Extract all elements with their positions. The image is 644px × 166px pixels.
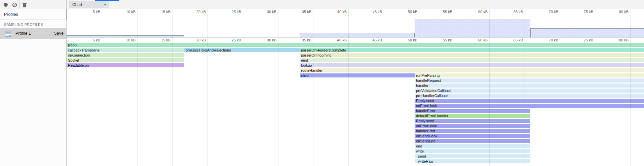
profile-name: Profile 1 [15, 31, 31, 36]
tick-label-80kb: 80 kB [604, 38, 629, 42]
sidebar-section-title: SAMPLING PROFILES [4, 23, 43, 27]
clear-button[interactable] [11, 2, 17, 8]
flame-bar-handler[interactable]: handler [415, 84, 644, 88]
block-icon [12, 2, 17, 7]
tick-label-55kb: 55 kB [428, 10, 452, 14]
flame-bar-child[interactable]: child [300, 73, 415, 77]
tick-label-70kb: 70 kB [534, 10, 558, 14]
chevron-down-icon: ▼ [104, 3, 109, 6]
tick-label-45kb: 45 kB [358, 38, 382, 42]
tick-label-75kb: 75 kB [569, 38, 593, 42]
tick-label-60kb: 60 kB [463, 10, 488, 14]
overview-area-segment [415, 19, 530, 37]
tick-label-30kb: 30 kB [252, 38, 276, 42]
record-icon [3, 2, 8, 7]
tick-label-10kb: 10 kB [111, 38, 136, 42]
flame-bar-lookup[interactable]: lookup [300, 63, 644, 67]
trash-icon [22, 2, 27, 7]
flame-bar-runPreParsing[interactable]: runPreParsing [415, 73, 644, 77]
tick-label-15kb: 15 kB [146, 38, 171, 42]
overview-area-segment [67, 35, 184, 37]
sidebar: Profiles SAMPLING PROFILES % Profile 1 S… [0, 9, 66, 166]
gridline-80kb [630, 9, 631, 166]
gridline-30kb [278, 9, 278, 166]
svg-text:%: % [9, 34, 11, 37]
tick-label-60kb: 60 kB [463, 38, 488, 42]
sidebar-title: Profiles [4, 12, 18, 17]
flame-ruler: 5 kB10 kB15 kB20 kB25 kB30 kB35 kB40 kB4… [67, 38, 644, 43]
gridline-15kb [172, 9, 173, 166]
active-tab-accent [95, 0, 119, 1]
gridline-5kb [102, 9, 102, 166]
tick-label-40kb: 40 kB [323, 38, 347, 42]
flame-bar-onErrorHook[interactable]: onErrorHook [415, 124, 530, 128]
flame-bar-onErrorHook[interactable]: onErrorHook [415, 104, 644, 108]
gridline-75kb [595, 9, 595, 166]
gridline-50kb [419, 9, 419, 166]
gridline-35kb [313, 9, 313, 166]
flame-bar-Socket[interactable]: Socket [67, 58, 184, 62]
flame-bar-onSendHook[interactable]: onSendHook [415, 134, 530, 138]
flame-bar-_send[interactable]: _send [415, 154, 530, 158]
flame-bar-end[interactable]: end [415, 144, 530, 148]
tick-label-30kb: 30 kB [252, 10, 276, 14]
toolbar-separator [19, 1, 20, 8]
tick-label-25kb: 25 kB [217, 10, 241, 14]
gridline-20kb [207, 9, 208, 166]
tick-label-25kb: 25 kB [217, 38, 241, 42]
save-profile-link[interactable]: Save [54, 31, 64, 36]
tick-label-35kb: 35 kB [287, 38, 311, 42]
tick-label-80kb: 80 kB [604, 10, 629, 14]
gridline-60kb [489, 9, 490, 166]
chart-area: 5 kB10 kB15 kB20 kB25 kB30 kB35 kB40 kB4… [67, 9, 644, 166]
delete-button[interactable] [22, 2, 28, 8]
sidebar-divider [0, 19, 66, 20]
tick-label-35kb: 35 kB [287, 10, 311, 14]
flame-bar-emit[interactable]: emit [300, 58, 644, 62]
sidebar-item-profile-1[interactable]: % Profile 1 Save [0, 28, 66, 39]
tick-label-15kb: 15 kB [146, 10, 171, 14]
overview-area-segment [300, 33, 415, 37]
flame-bar-Reply.send[interactable]: Reply.send [415, 99, 644, 103]
flame-bar-processTicksAndRejections[interactable]: processTicksAndRejections [184, 48, 300, 52]
view-mode-value: Chart [69, 2, 104, 7]
tick-label-55kb: 55 kB [428, 38, 452, 42]
toolbar: Chart ▼ [0, 0, 644, 9]
gridline-65kb [525, 9, 525, 166]
flame-bar-Reply.send[interactable]: Reply.send [415, 119, 530, 123]
tick-label-65kb: 65 kB [499, 38, 523, 42]
record-button[interactable] [3, 2, 9, 8]
tick-label-50kb: 50 kB [393, 38, 417, 42]
tick-label-70kb: 70 kB [534, 38, 558, 42]
flame-bar-_writeRaw[interactable]: _writeRaw [415, 159, 530, 163]
flame-bar-Readable.on[interactable]: Readable.on [67, 63, 184, 67]
flame-bar-handleError[interactable]: handleError [415, 129, 530, 133]
tick-label-5kb: 5 kB [76, 38, 100, 42]
gridline-45kb [384, 9, 384, 166]
overview-cursor[interactable] [67, 9, 67, 20]
flame-bar-routeHandler[interactable]: routeHandler [300, 68, 644, 72]
gridline-25kb [243, 9, 243, 166]
overview-area-segment [530, 28, 644, 37]
flame-bar-preHandlerCallback[interactable]: preHandlerCallback [415, 94, 644, 98]
flame-bar-parserOnIncoming[interactable]: parserOnIncoming [300, 53, 644, 57]
flame-bar-defaultErrorHandler[interactable]: defaultErrorHandler [415, 114, 530, 118]
tick-label-5kb: 5 kB [76, 10, 100, 14]
flame-bar-preValidationCallback[interactable]: preValidationCallback [415, 89, 644, 93]
tick-label-20kb: 20 kB [182, 38, 206, 42]
flame-bar-write_[interactable]: write_ [415, 149, 530, 153]
flame-bar-handleRequest[interactable]: handleRequest [415, 78, 644, 82]
flame-bar-onconnection[interactable]: onconnection [67, 53, 184, 57]
gridline-55kb [454, 9, 454, 166]
flame-bar-onSendEnd[interactable]: onSendEnd [415, 139, 530, 143]
flame-bar-root[interactable]: (root) [67, 43, 644, 47]
flame-bar-callbackTrampoline[interactable]: callbackTrampoline [67, 48, 184, 52]
memory-overview-pane[interactable]: 5 kB10 kB15 kB20 kB25 kB30 kB35 kB40 kB4… [67, 9, 644, 38]
flame-bar-parserOnHeadersComplete[interactable]: parserOnHeadersComplete [300, 48, 644, 52]
tick-label-65kb: 65 kB [499, 10, 523, 14]
profiler-panel: Chart ▼ Profiles SAMPLING PROFILES % [0, 0, 644, 166]
gridline-70kb [560, 9, 560, 166]
view-mode-select[interactable]: Chart ▼ [69, 1, 109, 8]
flame-chart: (root)callbackTrampolineprocessTicksAndR… [67, 43, 644, 166]
flame-bar-handleError[interactable]: handleError [415, 109, 530, 113]
